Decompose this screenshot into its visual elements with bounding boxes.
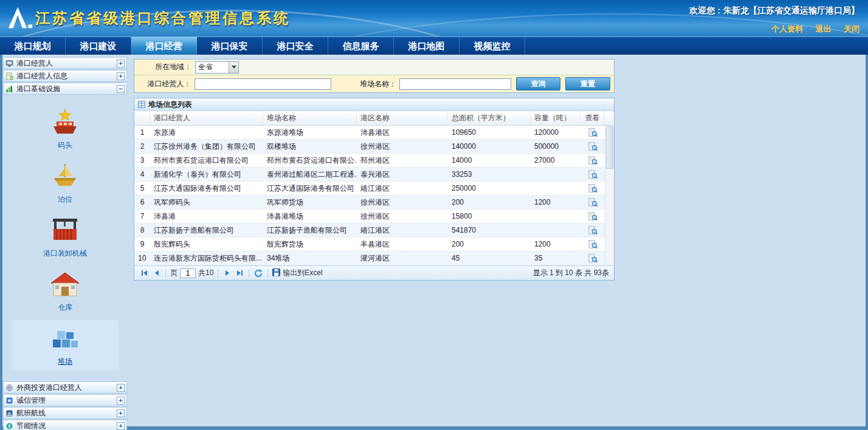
- expand-toggle[interactable]: +: [117, 422, 125, 430]
- export-excel-button[interactable]: 输出到Excel: [272, 268, 322, 278]
- facility-label: 码头: [12, 140, 119, 151]
- table-row[interactable]: 8 江苏新扬子造船有限公司 江苏新扬子造船有限公司 靖江港区 541870: [134, 224, 614, 237]
- first-page-icon[interactable]: [139, 268, 149, 278]
- last-page-icon[interactable]: [235, 268, 244, 278]
- refresh-icon[interactable]: [253, 268, 263, 278]
- cell-total-area: 15800: [448, 210, 531, 223]
- facility-item-berth[interactable]: 泊位: [12, 158, 119, 208]
- logout-link[interactable]: 退出: [816, 24, 832, 33]
- scrollbar-thumb[interactable]: [606, 126, 613, 169]
- operator-input[interactable]: [195, 78, 331, 90]
- tab-port-security[interactable]: 港口保安: [197, 37, 263, 55]
- sidebar-item-energy-saving[interactable]: 节能情况 +: [3, 420, 127, 430]
- view-detail-icon[interactable]: [588, 240, 598, 249]
- expand-toggle[interactable]: +: [117, 72, 125, 80]
- sidebar-item-label: 港口经营人: [16, 58, 53, 69]
- table-row[interactable]: 5 江苏大通国际港务有限公司 江苏大通国际港务有限公司 靖江港区 250000: [134, 182, 614, 196]
- table-row[interactable]: 6 巩军师码头 巩军师货场 徐州港区 200 1200: [134, 196, 614, 210]
- tab-video-monitor[interactable]: 视频监控: [460, 37, 525, 55]
- region-selected-value: 全省: [196, 62, 229, 72]
- table-row[interactable]: 10 连云港新东方国际货柜码头有限... 34堆场 灌河港区 45 35: [134, 251, 614, 265]
- view-detail-icon[interactable]: [588, 128, 598, 137]
- region-select[interactable]: 全省: [195, 61, 239, 73]
- cell-total-area: 200: [448, 196, 531, 209]
- vertical-scrollbar[interactable]: [605, 126, 614, 265]
- sidebar-item-operator-info[interactable]: 港口经营人信息 +: [3, 70, 127, 82]
- col-header-total-area: 总面积（平方米）: [448, 111, 531, 125]
- view-detail-icon[interactable]: [588, 212, 598, 221]
- table-row[interactable]: 2 江苏徐州港务（集团）有限公司 双楼堆场 徐州港区 140000 500000: [134, 140, 614, 154]
- sidebar-item-port-operator[interactable]: 港口经营人 +: [3, 57, 127, 69]
- facility-item-warehouse[interactable]: 仓库: [12, 266, 119, 316]
- table-row[interactable]: 1 东原港 东原港堆场 沛县港区 109650 120000: [134, 126, 614, 140]
- facility-item-wharf[interactable]: 码头: [12, 104, 119, 154]
- cell-total-area: 45: [448, 251, 531, 265]
- expand-toggle[interactable]: +: [117, 409, 125, 417]
- tab-port-operation[interactable]: 港口经营: [131, 37, 197, 55]
- expand-toggle[interactable]: +: [117, 384, 125, 392]
- yard-name-label: 堆场名称：: [331, 75, 398, 92]
- search-row-region: 所在地域： 全省: [134, 60, 614, 75]
- main-nav: 港口规划 港口建设 港口经营 港口保安 港口安全 信息服务 港口地图 视频监控: [0, 36, 868, 55]
- tab-port-safety[interactable]: 港口安全: [263, 37, 328, 55]
- cell-port-area: 靖江港区: [357, 224, 448, 237]
- view-detail-icon[interactable]: [588, 254, 598, 263]
- cell-operator: 江苏新扬子造船有限公司: [150, 224, 263, 237]
- page: 江苏省省级港口综合管理信息系统 欢迎您：朱新龙【江苏省交通运输厅港口局】 个人资…: [0, 0, 868, 430]
- cell-yard: 34堆场: [263, 251, 357, 265]
- table-row[interactable]: 9 殷宪辉码头 殷宪辉货场 丰县港区 200 1200: [134, 237, 614, 251]
- page-number-input[interactable]: [180, 268, 196, 278]
- grid-body: 1 东原港 东原港堆场 沛县港区 109650 120000 2 江苏徐州港务（…: [134, 126, 614, 265]
- sidebar-item-label: 外商投资港口经营人: [16, 383, 82, 393]
- table-row[interactable]: 4 新浦化学（泰兴）有限公司 泰州港过船港区二期工程通... 泰兴港区 3325…: [134, 168, 614, 182]
- prev-page-icon[interactable]: [151, 268, 161, 278]
- sidebar-item-foreign-investment[interactable]: 外商投资港口经营人 +: [3, 381, 127, 394]
- view-detail-icon[interactable]: [588, 226, 598, 235]
- yard-name-input[interactable]: [399, 78, 511, 90]
- content-area: 港口经营人 + 港口经营人信息 + 港口基础设施 −: [2, 55, 866, 426]
- facility-item-machinery[interactable]: 港口装卸机械: [12, 212, 119, 262]
- page-label: 页: [170, 268, 177, 278]
- reset-button[interactable]: 重置: [565, 77, 610, 90]
- tab-port-map[interactable]: 港口地图: [394, 37, 460, 55]
- port-operator-icon: [5, 60, 14, 67]
- cell-capacity: [531, 168, 580, 181]
- cell-no: 6: [134, 196, 150, 209]
- sidebar-item-credit-management[interactable]: 诚信管理 +: [3, 394, 127, 406]
- collapse-toggle[interactable]: −: [117, 85, 125, 93]
- cell-yard: 东原港堆场: [263, 126, 357, 139]
- sidebar-item-infrastructure[interactable]: 港口基础设施 −: [3, 83, 127, 95]
- expand-toggle[interactable]: +: [117, 60, 125, 67]
- cell-operator: 殷宪辉码头: [150, 237, 263, 251]
- tab-info-service[interactable]: 信息服务: [328, 37, 394, 55]
- cell-capacity: 500000: [531, 140, 580, 153]
- tab-port-planning[interactable]: 港口规划: [0, 37, 66, 55]
- expand-toggle[interactable]: +: [117, 397, 125, 404]
- cell-yard: 殷宪辉货场: [263, 237, 357, 251]
- close-link[interactable]: 关闭: [844, 24, 859, 33]
- sidebar-item-shipping-routes[interactable]: 航班航线 +: [3, 407, 127, 419]
- cell-no: 1: [134, 126, 150, 139]
- view-detail-icon[interactable]: [588, 170, 598, 179]
- view-detail-icon[interactable]: [588, 142, 598, 151]
- col-header-no: [134, 111, 150, 125]
- facility-item-storage-yard[interactable]: 堆场: [12, 320, 119, 370]
- tab-port-construction[interactable]: 港口建设: [66, 37, 131, 55]
- view-detail-icon[interactable]: [588, 184, 598, 193]
- header-right: 欢迎您：朱新龙【江苏省交通运输厅港口局】 个人资料 退出 关闭: [689, 5, 859, 35]
- table-row[interactable]: 3 邳州市黄石货运港口有限公司 邳州市黄石货运港口有限公... 邳州港区 140…: [134, 154, 614, 168]
- header-links: 个人资料 退出 关闭: [689, 23, 859, 35]
- cell-total-area: 250000: [448, 182, 531, 195]
- cell-port-area: 靖江港区: [357, 182, 448, 195]
- table-row[interactable]: 7 沛县港 沛县港堆场 徐州港区 15800: [134, 210, 614, 224]
- view-detail-icon[interactable]: [588, 156, 598, 165]
- sidebar-item-label: 港口基础设施: [16, 84, 60, 94]
- view-detail-icon[interactable]: [588, 198, 598, 207]
- cell-port-area: 泰兴港区: [357, 168, 448, 181]
- query-button[interactable]: 查询: [516, 77, 561, 90]
- profile-link[interactable]: 个人资料: [771, 24, 803, 33]
- sidebar-item-label: 航班航线: [16, 408, 46, 418]
- cell-total-area: 33253: [448, 168, 531, 181]
- credit-management-icon: [5, 397, 14, 404]
- next-page-icon[interactable]: [222, 268, 232, 278]
